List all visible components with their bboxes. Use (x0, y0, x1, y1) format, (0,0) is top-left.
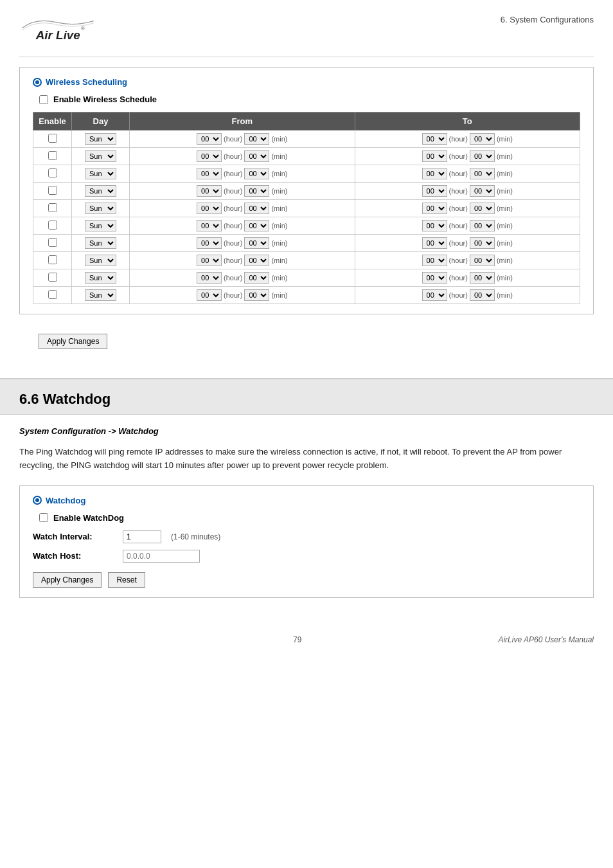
watch-host-input[interactable] (123, 550, 200, 563)
row-0-to-hour[interactable]: 0001020304050607080910111213141516171819… (422, 133, 447, 145)
row-6-to-hour[interactable]: 0001020304050607080910111213141516171819… (422, 237, 447, 249)
watch-host-row: Watch Host: (33, 550, 580, 563)
row-6-from-hour[interactable]: 0001020304050607080910111213141516171819… (197, 237, 222, 249)
row-8-day-select[interactable]: SunMonTueWedThuFriSat (85, 272, 116, 284)
enable-wireless-schedule-label: Enable Wireless Schedule (53, 95, 157, 104)
col-enable: Enable (33, 113, 72, 131)
row-1-to-min[interactable]: 0001020304050607080910111213141516171819… (470, 150, 495, 162)
schedule-table: Enable Day From To SunMonTueWedThuFriSat… (33, 112, 580, 304)
logo: Air Live ® (19, 12, 96, 47)
row-4-to-hour[interactable]: 0001020304050607080910111213141516171819… (422, 203, 447, 214)
row-0-day-select[interactable]: SunMonTueWedThuFriSat (85, 133, 116, 145)
row-4-day-select[interactable]: SunMonTueWedThuFriSat (85, 203, 116, 214)
row-1-enable-checkbox[interactable] (48, 151, 57, 160)
watchdog-radio-icon (33, 496, 42, 505)
wireless-scheduling-title: Wireless Scheduling (33, 77, 580, 87)
row-9-day-select[interactable]: SunMonTueWedThuFriSat (85, 289, 116, 301)
row-9-to-hour[interactable]: 0001020304050607080910111213141516171819… (422, 289, 447, 301)
row-7-to-min[interactable]: 0001020304050607080910111213141516171819… (470, 255, 495, 266)
row-1-from-min[interactable]: 0001020304050607080910111213141516171819… (244, 150, 269, 162)
row-2-day-select[interactable]: SunMonTueWedThuFriSat (85, 168, 116, 179)
row-4-enable-checkbox[interactable] (48, 203, 57, 212)
row-2-from-hour[interactable]: 0001020304050607080910111213141516171819… (197, 168, 222, 179)
watch-interval-value-container (123, 530, 161, 543)
svg-text:®: ® (81, 26, 85, 32)
watchdog-box: Watchdog Enable WatchDog Watch Interval:… (19, 485, 594, 598)
row-3-from-min[interactable]: 0001020304050607080910111213141516171819… (244, 185, 269, 197)
watch-host-value-container (123, 550, 200, 563)
row-7-day-select[interactable]: SunMonTueWedThuFriSat (85, 255, 116, 266)
row-7-enable-checkbox[interactable] (48, 255, 57, 264)
row-6-from-min[interactable]: 0001020304050607080910111213141516171819… (244, 237, 269, 249)
enable-wireless-schedule-checkbox[interactable] (39, 95, 48, 104)
row-5-to-min[interactable]: 0001020304050607080910111213141516171819… (470, 220, 495, 231)
manual-label: AirLive AP60 User's Manual (498, 635, 594, 644)
row-9-enable-checkbox[interactable] (48, 290, 57, 299)
watch-host-label: Watch Host: (33, 551, 116, 561)
row-1-to-hour[interactable]: 0001020304050607080910111213141516171819… (422, 150, 447, 162)
row-3-enable-checkbox[interactable] (48, 186, 57, 195)
enable-watchdog-row: Enable WatchDog (39, 513, 580, 523)
row-7-to-hour[interactable]: 0001020304050607080910111213141516171819… (422, 255, 447, 266)
row-6-enable-checkbox[interactable] (48, 238, 57, 247)
row-5-from-hour[interactable]: 0001020304050607080910111213141516171819… (197, 220, 222, 231)
row-0-enable-checkbox[interactable] (48, 134, 57, 143)
row-0-from-min[interactable]: 0001020304050607080910111213141516171819… (244, 133, 269, 145)
row-2-from-min[interactable]: 0001020304050607080910111213141516171819… (244, 168, 269, 179)
row-7-from-hour[interactable]: 0001020304050607080910111213141516171819… (197, 255, 222, 266)
watchdog-section-header: 6.6 Watchdog (0, 378, 613, 415)
row-6-day-select[interactable]: SunMonTueWedThuFriSat (85, 237, 116, 249)
watch-interval-input[interactable] (123, 530, 161, 543)
row-8-to-min[interactable]: 0001020304050607080910111213141516171819… (470, 272, 495, 284)
svg-text:Air Live: Air Live (35, 28, 80, 42)
row-6-to-min[interactable]: 0001020304050607080910111213141516171819… (470, 237, 495, 249)
page-footer: 79 AirLive AP60 User's Manual (0, 629, 613, 651)
watch-interval-row: Watch Interval: (1-60 minutes) (33, 530, 580, 543)
apply-changes-button-2[interactable]: Apply Changes (33, 572, 102, 588)
row-9-from-min[interactable]: 0001020304050607080910111213141516171819… (244, 289, 269, 301)
watch-interval-hint: (1-60 minutes) (171, 532, 220, 541)
wireless-scheduling-box: Wireless Scheduling Enable Wireless Sche… (19, 67, 594, 314)
row-3-from-hour[interactable]: 0001020304050607080910111213141516171819… (197, 185, 222, 197)
row-9-from-hour[interactable]: 0001020304050607080910111213141516171819… (197, 289, 222, 301)
row-5-day-select[interactable]: SunMonTueWedThuFriSat (85, 220, 116, 231)
col-day: Day (72, 113, 130, 131)
enable-watchdog-checkbox[interactable] (39, 513, 48, 522)
watchdog-box-title: Watchdog (33, 496, 580, 505)
row-0-from-hour[interactable]: 0001020304050607080910111213141516171819… (197, 133, 222, 145)
radio-icon (33, 78, 42, 87)
row-4-from-min[interactable]: 0001020304050607080910111213141516171819… (244, 203, 269, 214)
row-5-to-hour[interactable]: 0001020304050607080910111213141516171819… (422, 220, 447, 231)
page-label: 6. System Configurations (501, 12, 594, 24)
row-1-day-select[interactable]: SunMonTueWedThuFriSat (85, 150, 116, 162)
row-4-to-min[interactable]: 0001020304050607080910111213141516171819… (470, 203, 495, 214)
reset-button[interactable]: Reset (108, 572, 145, 588)
watch-interval-label: Watch Interval: (33, 532, 116, 541)
row-2-to-min[interactable]: 0001020304050607080910111213141516171819… (470, 168, 495, 179)
row-0-to-min[interactable]: 0001020304050607080910111213141516171819… (470, 133, 495, 145)
row-7-from-min[interactable]: 0001020304050607080910111213141516171819… (244, 255, 269, 266)
row-3-day-select[interactable]: SunMonTueWedThuFriSat (85, 185, 116, 197)
row-2-to-hour[interactable]: 0001020304050607080910111213141516171819… (422, 168, 447, 179)
row-8-from-min[interactable]: 0001020304050607080910111213141516171819… (244, 272, 269, 284)
col-from: From (130, 113, 355, 131)
apply-changes-button-1[interactable]: Apply Changes (39, 334, 107, 349)
watchdog-box-label: Watchdog (46, 496, 85, 505)
row-5-from-min[interactable]: 0001020304050607080910111213141516171819… (244, 220, 269, 231)
row-4-from-hour[interactable]: 0001020304050607080910111213141516171819… (197, 203, 222, 214)
row-5-enable-checkbox[interactable] (48, 221, 57, 230)
watchdog-body: System Configuration -> Watchdog The Pin… (0, 415, 613, 622)
row-3-to-hour[interactable]: 0001020304050607080910111213141516171819… (422, 185, 447, 197)
row-3-to-min[interactable]: 0001020304050607080910111213141516171819… (470, 185, 495, 197)
row-8-to-hour[interactable]: 0001020304050607080910111213141516171819… (422, 272, 447, 284)
row-2-enable-checkbox[interactable] (48, 168, 57, 177)
row-1-from-hour[interactable]: 0001020304050607080910111213141516171819… (197, 150, 222, 162)
watchdog-description: The Ping Watchdog will ping remote IP ad… (19, 446, 594, 473)
wireless-scheduling-label: Wireless Scheduling (46, 77, 127, 87)
row-9-to-min[interactable]: 0001020304050607080910111213141516171819… (470, 289, 495, 301)
watchdog-heading: 6.6 Watchdog (19, 391, 594, 408)
row-8-from-hour[interactable]: 0001020304050607080910111213141516171819… (197, 272, 222, 284)
row-8-enable-checkbox[interactable] (48, 273, 57, 282)
watchdog-btn-row: Apply Changes Reset (33, 572, 580, 588)
page-number: 79 (96, 635, 498, 644)
